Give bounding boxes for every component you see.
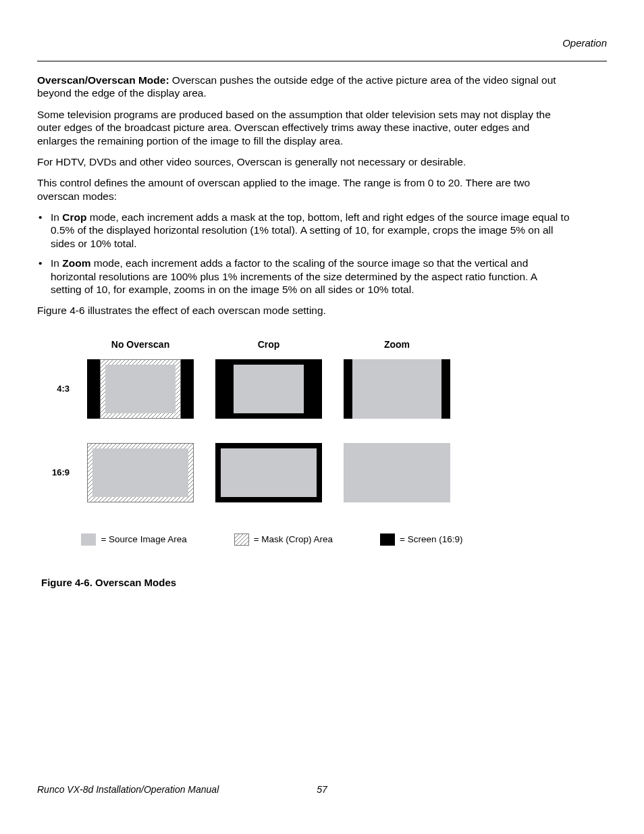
thumb-16-9-crop bbox=[215, 443, 322, 502]
figure-row-16-9: 16:9 bbox=[41, 443, 607, 502]
col-header-crop: Crop bbox=[205, 339, 333, 350]
legend-mask-area: = Mask (Crop) Area bbox=[234, 533, 333, 546]
bullet1-bold: Crop bbox=[62, 211, 86, 223]
legend-screen: = Screen (16:9) bbox=[380, 533, 462, 546]
bullet1-post: mode, each increment adds a mask at the … bbox=[51, 211, 570, 249]
legend3-text: = Screen (16:9) bbox=[400, 534, 462, 544]
swatch-black-icon bbox=[380, 533, 395, 546]
legend-source-image: = Source Image Area bbox=[81, 533, 186, 546]
overscan-mode-label: Overscan/Overscan Mode: bbox=[37, 74, 169, 86]
figure-4-6: No Overscan Crop Zoom 4:3 bbox=[41, 339, 607, 588]
overscan-mode-list: In Crop mode, each increment adds a mask… bbox=[37, 211, 570, 296]
thumb-16-9-zoom bbox=[344, 443, 450, 502]
para-overscan-intro: Overscan/Overscan Mode: Overscan pushes … bbox=[37, 74, 570, 100]
thumb-16-9-no-overscan bbox=[87, 443, 194, 502]
bullet1-pre: In bbox=[51, 211, 62, 223]
footer-page-number: 57 bbox=[317, 784, 327, 795]
figure-column-headers: No Overscan Crop Zoom bbox=[41, 339, 607, 350]
swatch-hatch-icon bbox=[234, 533, 249, 546]
para3: For HDTV, DVDs and other video sources, … bbox=[37, 155, 570, 168]
thumb-4-3-zoom bbox=[344, 359, 450, 419]
col-header-no-overscan: No Overscan bbox=[76, 339, 205, 350]
bullet2-post: mode, each increment adds a factor to th… bbox=[51, 257, 537, 295]
figure-legend: = Source Image Area = Mask (Crop) Area =… bbox=[76, 527, 468, 552]
para5: Figure 4-6 illustrates the effect of eac… bbox=[37, 304, 570, 317]
para2: Some television programs are produced ba… bbox=[37, 108, 570, 147]
figure-row-4-3: 4:3 bbox=[41, 359, 607, 419]
bullet-zoom: In Zoom mode, each increment adds a fact… bbox=[37, 257, 570, 296]
legend2-text: = Mask (Crop) Area bbox=[254, 534, 333, 544]
body-text: Overscan/Overscan Mode: Overscan pushes … bbox=[37, 74, 570, 317]
swatch-gray-icon bbox=[81, 533, 96, 546]
bullet-crop: In Crop mode, each increment adds a mask… bbox=[37, 211, 570, 250]
row-label-4-3: 4:3 bbox=[41, 384, 76, 394]
thumb-4-3-crop bbox=[215, 359, 322, 419]
row-label-16-9: 16:9 bbox=[41, 467, 76, 477]
col-header-zoom: Zoom bbox=[333, 339, 461, 350]
para4: This control defines the amount of overs… bbox=[37, 176, 570, 203]
footer-doc-title: Runco VX-8d Installation/Operation Manua… bbox=[37, 784, 219, 795]
figure-caption: Figure 4-6. Overscan Modes bbox=[41, 577, 607, 588]
section-header: Operation bbox=[37, 37, 607, 49]
bullet2-pre: In bbox=[51, 257, 62, 269]
legend1-text: = Source Image Area bbox=[101, 534, 186, 544]
header-rule bbox=[37, 61, 607, 61]
bullet2-bold: Zoom bbox=[62, 257, 90, 269]
thumb-4-3-no-overscan bbox=[87, 359, 194, 419]
page-footer: Runco VX-8d Installation/Operation Manua… bbox=[37, 784, 607, 795]
